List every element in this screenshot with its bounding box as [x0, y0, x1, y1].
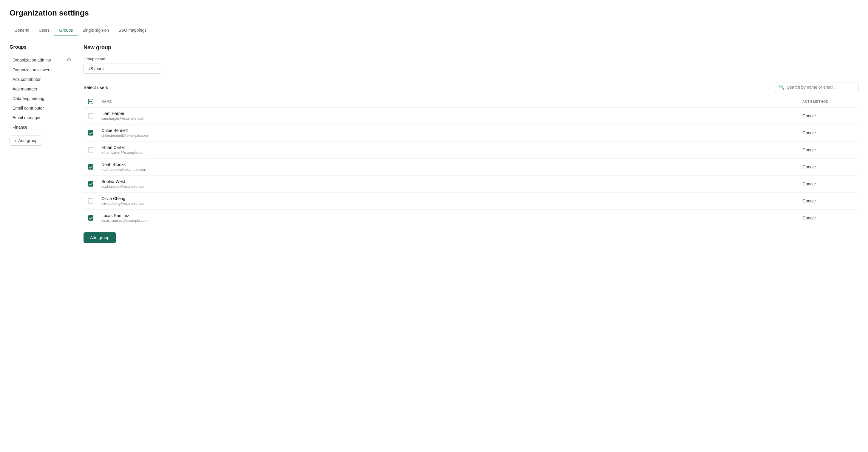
search-box: 🔍: [775, 82, 859, 92]
page-title: Organization settings: [9, 8, 859, 18]
col-header-auth: AUTH METHOD: [799, 96, 859, 108]
row-name-cell: Ethan Carter ethan.carter@example.com: [98, 142, 799, 159]
user-name: Sophia West: [101, 179, 795, 184]
sidebar-item-label: Data engineering: [12, 96, 44, 101]
row-checkbox[interactable]: [88, 164, 93, 170]
sidebar-item-email-contributor[interactable]: Email contributor: [9, 103, 74, 113]
group-name-input[interactable]: [84, 64, 161, 74]
user-name: Lucas Ramirez: [101, 213, 795, 218]
row-checkbox-wrapper[interactable]: [87, 147, 94, 152]
sidebar-item-label: Finance: [12, 125, 27, 130]
row-checkbox[interactable]: [88, 215, 93, 221]
search-input[interactable]: [787, 85, 855, 90]
sidebar-item-data-engineering[interactable]: Data engineering: [9, 94, 74, 103]
sidebar-item-org-viewers[interactable]: Organization viewers: [9, 65, 74, 75]
row-auth-cell: Google: [799, 193, 859, 209]
row-checkbox[interactable]: [88, 147, 93, 152]
table-row: Chloe Bennett chloe.bennett@example.com …: [84, 124, 859, 142]
user-name: Ethan Carter: [101, 145, 795, 150]
row-checkbox-cell: [84, 209, 98, 227]
row-name-cell: Noah Brooks noah.brooks@example.com: [98, 159, 799, 175]
user-auth-method: Google: [802, 147, 816, 152]
row-name-cell: Sophia West sophia.west@example.com: [98, 175, 799, 193]
row-name-cell: Lucas Ramirez lucas.ramirez@example.com: [98, 209, 799, 227]
user-auth-method: Google: [802, 131, 816, 135]
tab-sso[interactable]: Single sign-on: [78, 25, 114, 36]
row-checkbox-wrapper[interactable]: [87, 181, 94, 187]
user-name: Noah Brooks: [101, 162, 795, 167]
row-checkbox-wrapper[interactable]: [87, 113, 94, 118]
row-name-cell: Liam Harper liam.harper@example.com: [98, 108, 799, 124]
sidebar-title: Groups: [9, 45, 74, 50]
sidebar-item-finance[interactable]: Finance: [9, 122, 74, 132]
tab-users[interactable]: Users: [34, 25, 55, 36]
user-auth-method: Google: [802, 165, 816, 169]
plus-icon: +: [14, 138, 17, 143]
users-table: NAME AUTH METHOD Liam Harper liam.harper…: [84, 96, 859, 226]
user-auth-method: Google: [802, 199, 816, 203]
sidebar-item-ads-contributor[interactable]: Ads contributor: [9, 75, 74, 84]
table-row: Olivia Cheng olivia.cheng@example.com Go…: [84, 193, 859, 209]
row-auth-cell: Google: [799, 175, 859, 193]
user-email: lucas.ramirez@example.com: [101, 219, 795, 223]
row-auth-cell: Google: [799, 124, 859, 142]
table-row: Ethan Carter ethan.carter@example.com Go…: [84, 142, 859, 159]
row-checkbox-cell: [84, 193, 98, 209]
sidebar-item-label: Organization admins: [12, 58, 51, 62]
group-name-label: Group name: [84, 57, 859, 61]
row-checkbox-cell: [84, 142, 98, 159]
row-checkbox-wrapper[interactable]: [87, 164, 94, 170]
sidebar: Groups Organization admins ⚙ Organizatio…: [9, 45, 81, 243]
select-users-section: Select users 🔍: [84, 82, 859, 226]
table-row: Liam Harper liam.harper@example.com Goog…: [84, 108, 859, 124]
row-checkbox-wrapper[interactable]: [87, 215, 94, 221]
row-checkbox-cell: [84, 175, 98, 193]
table-header: NAME AUTH METHOD: [84, 96, 859, 108]
page-container: Organization settings General Users Grou…: [0, 0, 868, 251]
row-auth-cell: Google: [799, 142, 859, 159]
sidebar-item-label: Ads contributor: [12, 77, 40, 82]
tabs-nav: General Users Groups Single sign-on SSO …: [9, 25, 859, 36]
users-table-body: Liam Harper liam.harper@example.com Goog…: [84, 108, 859, 227]
add-group-submit-button[interactable]: Add group: [84, 232, 116, 243]
row-checkbox-cell: [84, 159, 98, 175]
row-auth-cell: Google: [799, 108, 859, 124]
row-checkbox-wrapper[interactable]: [87, 130, 94, 136]
row-checkbox[interactable]: [88, 181, 93, 187]
user-email: sophia.west@example.com: [101, 185, 795, 189]
user-name: Olivia Cheng: [101, 196, 795, 201]
user-email: chloe.bennett@example.com: [101, 134, 795, 138]
row-checkbox-wrapper[interactable]: [87, 198, 94, 204]
user-email: olivia.cheng@example.com: [101, 201, 795, 206]
table-row: Noah Brooks noah.brooks@example.com Goog…: [84, 159, 859, 175]
sidebar-item-label: Ads manager: [12, 87, 37, 91]
add-group-sidebar-button[interactable]: + Add group: [9, 136, 42, 146]
add-group-sidebar-label: Add group: [18, 138, 38, 143]
sidebar-item-email-manager[interactable]: Email manager: [9, 113, 74, 122]
user-name: Chloe Bennett: [101, 128, 795, 133]
row-checkbox[interactable]: [88, 198, 93, 204]
user-auth-method: Google: [802, 216, 816, 220]
select-all-checkbox[interactable]: [88, 99, 93, 104]
tab-general[interactable]: General: [9, 25, 34, 36]
select-all-checkbox-wrapper[interactable]: [87, 99, 94, 104]
select-users-label: Select users: [84, 85, 108, 90]
sidebar-item-ads-manager[interactable]: Ads manager: [9, 84, 74, 94]
user-email: liam.harper@example.com: [101, 116, 795, 121]
new-group-title: New group: [84, 45, 859, 51]
user-auth-method: Google: [802, 181, 816, 186]
user-auth-method: Google: [802, 113, 816, 118]
row-checkbox[interactable]: [88, 113, 93, 118]
tab-groups[interactable]: Groups: [54, 25, 78, 36]
row-name-cell: Chloe Bennett chloe.bennett@example.com: [98, 124, 799, 142]
row-checkbox[interactable]: [88, 130, 93, 136]
main-content: New group Group name Select users 🔍: [81, 45, 859, 243]
row-checkbox-cell: [84, 108, 98, 124]
col-header-name: NAME: [98, 96, 799, 108]
table-row: Lucas Ramirez lucas.ramirez@example.com …: [84, 209, 859, 227]
sidebar-item-label: Email contributor: [12, 106, 44, 110]
row-auth-cell: Google: [799, 159, 859, 175]
sidebar-item-org-admins[interactable]: Organization admins ⚙: [9, 55, 74, 65]
search-icon: 🔍: [779, 84, 784, 90]
tab-sso-mappings[interactable]: SSO mappings: [114, 25, 151, 36]
